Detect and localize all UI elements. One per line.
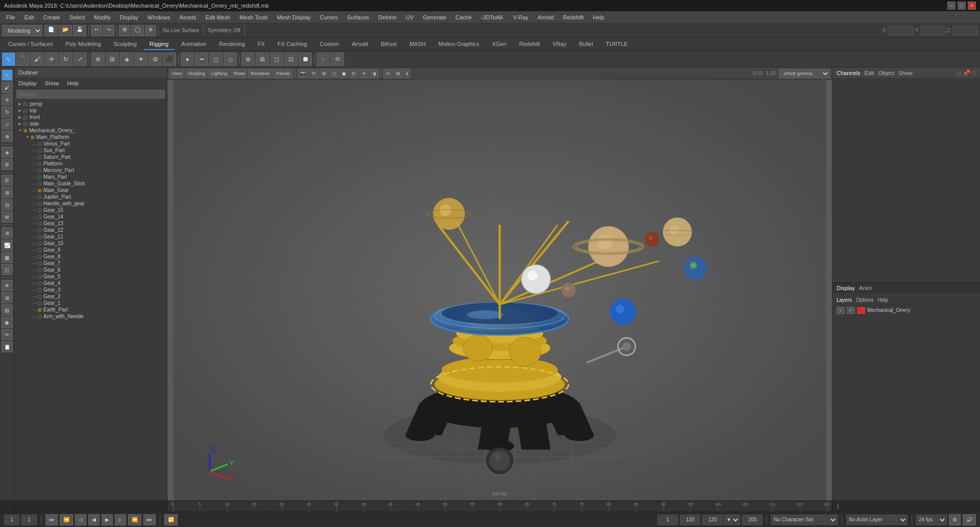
menu-surfaces[interactable]: Surfaces [343, 13, 373, 21]
tab-custom[interactable]: Custom [313, 39, 345, 50]
face-mode-button[interactable]: ◻ [209, 53, 223, 66]
scale-tool-button[interactable]: ⤢ [74, 53, 87, 66]
playback-settings-button[interactable]: ⚙ [949, 514, 961, 525]
connect-button[interactable]: ⟲ [331, 53, 344, 66]
fps-select[interactable]: 24 fps [916, 515, 947, 525]
snap-point-tool-button[interactable]: ⊕ [241, 53, 255, 66]
frame-start-field[interactable] [4, 515, 19, 525]
edge-mode-button[interactable]: ━ [195, 53, 208, 66]
menu-create[interactable]: Create [39, 13, 64, 21]
display-tab[interactable]: Display [837, 285, 855, 291]
paint-effects-button[interactable]: ✏ [2, 329, 13, 340]
scene-view-button[interactable]: 👁 [2, 280, 13, 291]
visibility-button[interactable]: V [837, 307, 845, 314]
outliner-display-menu[interactable]: Display [16, 79, 39, 87]
snap-point-button[interactable]: ⊕ [145, 25, 156, 36]
character-set-select[interactable]: No Character Set [771, 515, 838, 525]
menu-arnold[interactable]: Arnold [533, 13, 558, 21]
outliner-show-menu[interactable]: Show [43, 79, 61, 87]
menu-assets[interactable]: Assets [175, 13, 200, 21]
prev-frame-button[interactable]: ◁ [75, 514, 86, 525]
lattice-button[interactable]: ⊞ [106, 53, 119, 66]
y-field[interactable] [920, 26, 946, 35]
vp-view-menu[interactable]: View [169, 69, 184, 78]
snap-curve-button[interactable]: ◯ [131, 25, 144, 36]
tree-item[interactable]: —⬡Venus_Part [14, 140, 167, 147]
vp-grid-button[interactable]: ⊞ [394, 69, 403, 78]
snap-grid-tool-button[interactable]: ⊡ [284, 53, 298, 66]
menu-display[interactable]: Display [116, 13, 142, 21]
tab-motion-graphics[interactable]: Motion Graphics [432, 39, 485, 50]
save-scene-button[interactable]: 💾 [73, 25, 86, 36]
snap-view-button[interactable]: 🔲 [299, 53, 312, 66]
mode-selector[interactable]: Modeling [2, 25, 42, 36]
panel-expand-button[interactable]: □ [972, 69, 976, 77]
snap-object-button[interactable]: ◈ [2, 147, 13, 158]
tree-item[interactable]: —⬡Gear_2 [14, 293, 167, 300]
menu-vray[interactable]: V-Ray [509, 13, 532, 21]
tab-mash[interactable]: MASH [403, 39, 432, 50]
tree-item[interactable]: —⬡Gear_10 [14, 240, 167, 247]
tool-settings-button[interactable]: ⚒ [2, 211, 13, 223]
tree-item[interactable]: —⬡Saturn_Part [14, 154, 167, 160]
snap-edge-button[interactable]: ⊞ [256, 53, 269, 66]
menu-deform[interactable]: Deform [374, 13, 401, 21]
vp-renderer-menu[interactable]: Renderer [248, 69, 273, 78]
tab-xgen[interactable]: XGen [486, 39, 512, 50]
tab-arnold[interactable]: Arnold [346, 39, 374, 50]
paint-select-button[interactable]: 🖌 [2, 82, 13, 93]
tree-item[interactable]: ▼⊞Main_Platform [14, 134, 167, 140]
menu-mesh-display[interactable]: Mesh Display [273, 13, 315, 21]
tree-item[interactable]: —⬡Arm_with_Needle [14, 313, 167, 320]
tab-animation[interactable]: Animation [175, 39, 212, 50]
anim-tab[interactable]: Anim [859, 285, 872, 291]
vp-shadows-button[interactable]: ◑ [370, 69, 379, 78]
undo-button[interactable]: ↩ [91, 25, 102, 36]
move-left-button[interactable]: ✛ [2, 94, 13, 105]
redo-button[interactable]: ↪ [103, 25, 114, 36]
vp-isolate-button[interactable]: ⊙ [383, 69, 393, 78]
tree-item[interactable]: —⬡Gear_8 [14, 253, 167, 260]
tab-vray[interactable]: VRay [547, 39, 573, 50]
uv-mode-button[interactable]: ◇ [224, 53, 237, 66]
timeline-ruler[interactable]: 0510152025303540455055606570758085909510… [167, 501, 832, 512]
tab-rendering[interactable]: Rendering [213, 39, 251, 50]
outliner-search-input[interactable] [16, 90, 165, 99]
tree-item[interactable]: —⬡Mars_Part [14, 174, 167, 180]
vp-hud-button[interactable]: ℹ [404, 69, 410, 78]
vp-lighting-menu[interactable]: Lighting [208, 69, 230, 78]
tab-poly-modeling[interactable]: Poly Modeling [59, 39, 107, 50]
tree-item[interactable]: —⊞Main_Gear [14, 187, 167, 194]
menu-file[interactable]: File [2, 13, 19, 21]
shelf-button[interactable]: ▤ [2, 304, 13, 316]
tree-item[interactable]: ▶🎥front [14, 114, 167, 121]
loop-button[interactable]: 🔁 [164, 514, 178, 525]
tree-item[interactable]: —⬡Gear_1 [14, 300, 167, 306]
hypershade-button[interactable]: ◉ [2, 317, 13, 328]
menu-modify[interactable]: Modify [90, 13, 114, 21]
soft-mod-button[interactable]: ⊗ [91, 53, 105, 66]
tab-turtle[interactable]: TURTLE [600, 39, 634, 50]
tree-item[interactable]: ▼⊞Mechanical_Orrery_ [14, 127, 167, 134]
display-layer-button[interactable]: ☰ [2, 175, 13, 186]
menu-edit[interactable]: Edit [20, 13, 38, 21]
tree-item[interactable]: —⬡Jupiter_Part [14, 194, 167, 200]
new-scene-button[interactable]: 📄 [44, 25, 58, 36]
tree-item[interactable]: —⊞Earth_Part [14, 306, 167, 313]
vp-sync-button[interactable]: ⟳ [309, 69, 318, 78]
layers-tab[interactable]: Layers [837, 297, 852, 303]
node-editor-button[interactable]: ⊛ [2, 227, 13, 238]
tree-item[interactable]: —⬡Main_Guide_Stick [14, 180, 167, 187]
tab-fx[interactable]: FX [252, 39, 271, 50]
tree-item[interactable]: —⬡Gear_11 [14, 233, 167, 240]
audio-button[interactable]: 🔊 [963, 514, 976, 525]
object-tab[interactable]: Object [878, 70, 894, 76]
go-to-start-button[interactable]: ⏮ [45, 514, 58, 525]
rotate-left-button[interactable]: ↻ [2, 106, 13, 117]
snap-face-button[interactable]: ◻ [270, 53, 283, 66]
vp-shading-menu[interactable]: Shading [185, 69, 207, 78]
next-keyframe-button[interactable]: ⏩ [128, 514, 141, 525]
tab-bifrost[interactable]: Bifrost [375, 39, 403, 50]
play-forward-button[interactable]: ▶ [102, 514, 113, 525]
menu-select[interactable]: Select [65, 13, 89, 21]
